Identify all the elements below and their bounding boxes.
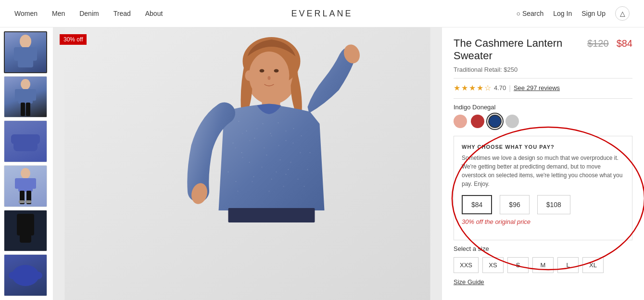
svg-rect-23: [27, 214, 34, 235]
size-xl[interactable]: XL: [582, 257, 604, 273]
svg-rect-20: [25, 200, 31, 203]
svg-point-40: [264, 147, 265, 149]
color-swatches: [454, 115, 632, 128]
svg-point-49: [276, 171, 277, 173]
svg-point-34: [268, 76, 271, 80]
thumbnail-1[interactable]: [4, 31, 47, 73]
svg-point-38: [249, 140, 251, 142]
svg-point-32: [260, 69, 265, 73]
svg-point-47: [242, 157, 243, 158]
thumbnail-4[interactable]: [4, 165, 47, 207]
search-label: Search: [522, 10, 543, 17]
color-label: Indigo Donegal: [454, 104, 632, 111]
star-4: ★: [477, 83, 483, 92]
svg-point-53: [283, 186, 284, 187]
svg-point-25: [9, 272, 18, 279]
svg-point-61: [263, 123, 264, 124]
svg-point-70: [266, 155, 267, 156]
why-choose-title: WHY CHOOSE WHAT YOU PAY?: [462, 144, 624, 150]
product-panel: The Cashmere Lantern Sweater $120 $84 Tr…: [442, 27, 644, 300]
svg-point-76: [271, 179, 272, 180]
svg-point-79: [310, 152, 311, 153]
size-s[interactable]: S: [507, 257, 529, 273]
price-btn-84[interactable]: $84: [462, 195, 492, 214]
svg-point-80: [307, 169, 308, 170]
search-icon: ○: [516, 10, 520, 17]
svg-point-67: [233, 143, 234, 143]
swatch-blush[interactable]: [454, 115, 467, 128]
svg-point-71: [280, 159, 281, 160]
svg-point-62: [270, 133, 271, 134]
swatch-gray[interactable]: [505, 115, 519, 128]
signup-link[interactable]: Sign Up: [581, 10, 606, 17]
retail-price: Traditional Retail: $250: [454, 66, 632, 73]
discount-note: 30% off the original price: [462, 218, 624, 225]
divider-2: [454, 98, 632, 99]
main-image-area: 30% off: [53, 27, 442, 300]
swatch-red[interactable]: [471, 115, 484, 128]
star-5-half: ☆: [484, 83, 491, 92]
why-choose-section: WHY CHOOSE WHAT YOU PAY? Sometimes we lo…: [454, 136, 632, 240]
svg-point-78: [298, 179, 299, 180]
cart-icon[interactable]: △: [615, 6, 630, 21]
svg-point-52: [268, 191, 270, 192]
svg-rect-12: [32, 134, 40, 144]
divider-1: [454, 78, 632, 78]
svg-point-4: [21, 79, 30, 90]
size-m[interactable]: M: [532, 257, 554, 273]
svg-point-37: [242, 133, 243, 134]
price-options: $84 $96 $108: [462, 195, 624, 214]
nav-about[interactable]: About: [145, 10, 163, 17]
why-choose-text: Sometimes we love a design so much that …: [462, 154, 624, 188]
thumbnail-3[interactable]: [4, 120, 47, 162]
svg-point-42: [278, 145, 279, 146]
size-options: XXS XS S M L XL: [454, 257, 632, 273]
sale-badge: 30% off: [60, 34, 87, 45]
price-btn-96[interactable]: $96: [500, 195, 529, 214]
rating-number: 4.70: [494, 84, 506, 91]
size-l[interactable]: L: [557, 257, 579, 273]
swatch-indigo[interactable]: [488, 115, 502, 128]
svg-point-65: [293, 128, 294, 129]
price-btn-108[interactable]: $108: [537, 195, 570, 214]
svg-rect-19: [19, 200, 25, 203]
nav-women[interactable]: Women: [14, 10, 38, 17]
nav-denim[interactable]: Denim: [79, 10, 99, 17]
svg-point-64: [286, 140, 287, 141]
svg-point-33: [274, 69, 279, 73]
size-xxs[interactable]: XXS: [454, 257, 479, 273]
svg-point-69: [249, 162, 250, 163]
price-sale: $84: [617, 38, 632, 49]
size-guide-link[interactable]: Size Guide: [454, 278, 484, 286]
reviews-link[interactable]: See 297 reviews: [514, 84, 560, 91]
svg-point-63: [278, 122, 279, 123]
svg-point-13: [21, 168, 30, 179]
svg-point-44: [292, 143, 294, 144]
svg-rect-11: [11, 134, 19, 144]
thumbnail-6[interactable]: [4, 254, 47, 296]
svg-point-59: [246, 130, 247, 131]
svg-point-54: [237, 191, 239, 192]
svg-point-60: [254, 138, 255, 139]
svg-point-50: [290, 162, 291, 163]
navigation: Women Men Denim Tread About EVERLANE ○ S…: [0, 0, 644, 27]
brand-logo[interactable]: EVERLANE: [291, 9, 353, 19]
product-image: [53, 27, 442, 300]
login-link[interactable]: Log In: [553, 10, 572, 17]
thumbnail-2[interactable]: [4, 76, 47, 118]
svg-point-45: [235, 147, 236, 149]
search-link[interactable]: ○ Search: [516, 10, 543, 17]
svg-point-75: [253, 176, 254, 177]
star-rating: ★ ★ ★ ★ ☆: [454, 83, 491, 92]
nav-tread[interactable]: Tread: [114, 10, 131, 17]
thumbnail-5[interactable]: [4, 210, 47, 252]
size-xs[interactable]: XS: [482, 257, 504, 273]
thumbnail-sidebar: [0, 27, 53, 300]
svg-point-72: [288, 169, 289, 170]
svg-rect-3: [30, 47, 37, 61]
svg-rect-9: [26, 103, 30, 116]
nav-men[interactable]: Men: [52, 10, 65, 17]
svg-rect-2: [14, 47, 21, 61]
svg-point-68: [241, 152, 242, 153]
price-original: $120: [587, 38, 609, 49]
